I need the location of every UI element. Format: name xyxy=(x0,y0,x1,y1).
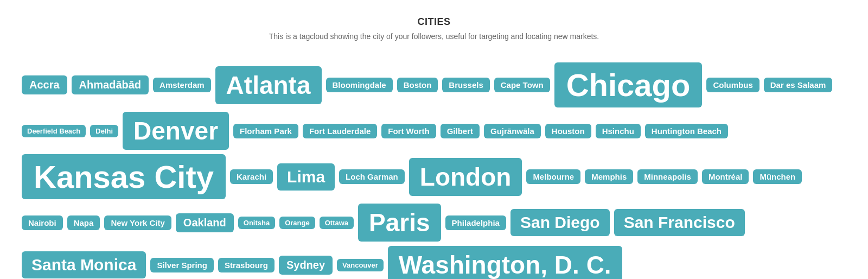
tag-item[interactable]: Vancouver xyxy=(337,259,384,271)
tag-item[interactable]: Memphis xyxy=(585,169,633,184)
tag-item[interactable]: Denver xyxy=(123,112,229,150)
tag-item[interactable]: Santa Monica xyxy=(22,251,146,278)
tag-item[interactable]: San Francisco xyxy=(614,209,745,236)
tag-item[interactable]: Onitsha xyxy=(238,217,275,229)
tag-item[interactable]: Boston xyxy=(397,78,438,92)
tag-item[interactable]: Loch Garman xyxy=(339,169,405,184)
tag-item[interactable]: San Diego xyxy=(510,209,610,236)
tagcloud: AccraAhmadābādAmsterdamAtlantaBloomingda… xyxy=(11,57,857,279)
tag-item[interactable]: Melbourne xyxy=(526,169,580,184)
tag-item[interactable]: Gujrānwāla xyxy=(484,124,541,138)
tag-item[interactable]: Fort Worth xyxy=(381,124,436,138)
tag-item[interactable]: Philadelphia xyxy=(445,215,506,230)
tag-item[interactable]: München xyxy=(753,169,802,184)
tag-item[interactable]: Orange xyxy=(279,217,315,229)
tag-item[interactable]: Oakland xyxy=(176,213,234,232)
tag-item[interactable]: New York City xyxy=(104,215,171,230)
tag-item[interactable]: Columbus xyxy=(706,78,759,92)
tag-item[interactable]: Deerfield Beach xyxy=(22,125,86,137)
tag-item[interactable]: Delhi xyxy=(90,125,118,137)
tag-item[interactable]: Bloomingdale xyxy=(326,78,393,92)
tag-item[interactable]: Ottawa xyxy=(320,217,354,229)
tag-item[interactable]: Chicago xyxy=(554,62,703,107)
tag-item[interactable]: Huntington Beach xyxy=(645,124,728,138)
tag-item[interactable]: Atlanta xyxy=(215,66,322,104)
tag-item[interactable]: Ahmadābād xyxy=(72,75,149,94)
tag-item[interactable]: Strasbourg xyxy=(218,258,275,272)
tag-item[interactable]: Florham Park xyxy=(233,124,298,138)
page-title: CITIES xyxy=(11,16,857,28)
page-header: CITIES This is a tagcloud showing the ci… xyxy=(11,16,857,41)
tag-item[interactable]: Houston xyxy=(545,124,591,138)
tag-item[interactable]: Cape Town xyxy=(494,78,550,92)
tag-item[interactable]: Amsterdam xyxy=(153,78,211,92)
tag-item[interactable]: Dar es Salaam xyxy=(764,78,833,92)
tag-item[interactable]: London xyxy=(409,158,522,196)
tag-item[interactable]: Karachi xyxy=(230,169,273,184)
tag-item[interactable]: Accra xyxy=(22,75,67,94)
tag-item[interactable]: Gilbert xyxy=(441,124,480,138)
tag-item[interactable]: Kansas City xyxy=(22,154,226,199)
tag-item[interactable]: Washington, D. C. xyxy=(388,246,622,279)
tag-item[interactable]: Silver Spring xyxy=(150,258,214,272)
tag-item[interactable]: Napa xyxy=(67,215,100,230)
page-subtitle: This is a tagcloud showing the city of y… xyxy=(11,32,857,41)
tag-item[interactable]: Fort Lauderdale xyxy=(303,124,377,138)
tag-item[interactable]: Minneapolis xyxy=(637,169,698,184)
tag-item[interactable]: Sydney xyxy=(279,256,333,275)
tag-item[interactable]: Paris xyxy=(358,204,441,242)
tag-item[interactable]: Nairobi xyxy=(22,215,63,230)
tag-item[interactable]: Hsinchu xyxy=(596,124,641,138)
tag-item[interactable]: Brussels xyxy=(442,78,489,92)
tag-item[interactable]: Montréal xyxy=(702,169,749,184)
tag-item[interactable]: Lima xyxy=(277,163,335,191)
